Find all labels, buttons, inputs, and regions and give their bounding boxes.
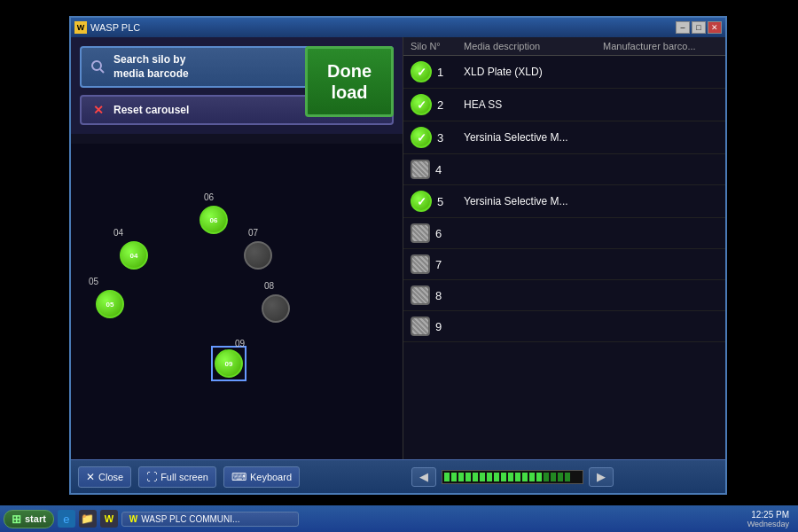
close-button[interactable]: ✕ Close — [78, 466, 131, 488]
fullscreen-button[interactable]: ⛶ Full screen — [138, 466, 216, 488]
progress-segment — [451, 473, 457, 481]
keyboard-label: Keyboard — [250, 472, 292, 482]
col-silo-header: Silo N° — [411, 41, 464, 51]
maximize-button[interactable]: □ — [692, 21, 706, 34]
silo-number: 5 — [437, 195, 464, 208]
svg-point-0 — [92, 61, 101, 70]
media-description: Yersinia Selective M... — [464, 195, 603, 207]
checked-indicator: ✓ — [411, 94, 432, 115]
main-content: Search silo by media barcode ✕ Reset car… — [71, 37, 725, 459]
start-button[interactable]: ⊞ start — [4, 510, 54, 528]
window-title: WASP PLC — [90, 22, 140, 33]
empty-indicator — [411, 286, 430, 305]
titlebar: W WASP PLC – □ ✕ — [71, 18, 725, 37]
progress-segment — [508, 473, 513, 481]
fullscreen-label: Full screen — [160, 472, 208, 482]
buttons-area: Search silo by media barcode ✕ Reset car… — [71, 37, 403, 134]
progress-segment — [536, 473, 542, 481]
progress-segment — [558, 473, 563, 481]
prev-button[interactable]: ◀ — [411, 467, 436, 487]
silo-number: 1 — [437, 66, 464, 79]
silo-number: 4 — [435, 163, 462, 176]
media-description: HEA SS — [464, 98, 603, 111]
taskbar-app-wasp[interactable]: W WASP PLC COMMUNI... — [121, 512, 299, 527]
checked-indicator: ✓ — [411, 61, 432, 82]
carousel-node-05[interactable]: 05 — [96, 290, 124, 318]
search-label: Search silo by media barcode — [113, 53, 189, 81]
progress-segment — [458, 473, 464, 481]
progress-segment — [466, 473, 471, 481]
close-label: Close — [98, 472, 123, 482]
bottom-toolbar: ✕ Close ⛶ Full screen ⌨ Keyboard ◀ ▶ — [71, 459, 725, 493]
carousel-node-08[interactable] — [262, 294, 290, 323]
silo-number: 6 — [435, 227, 462, 240]
ie-icon[interactable]: e — [58, 510, 75, 528]
progress-segment — [529, 473, 535, 481]
table-row[interactable]: 7 — [403, 249, 725, 280]
svg-line-1 — [100, 69, 104, 73]
done-line2: load — [331, 82, 367, 102]
right-panel: Silo N° Media description Manufacturer b… — [403, 37, 725, 459]
minimize-button[interactable]: – — [676, 21, 690, 34]
node-label-08: 08 — [264, 281, 274, 291]
node-label-05: 05 — [89, 277, 98, 286]
empty-indicator — [411, 223, 430, 243]
empty-indicator — [411, 317, 430, 336]
silo-number: 9 — [435, 320, 462, 333]
main-window: W WASP PLC – □ ✕ — [69, 16, 727, 495]
table-body: ✓1XLD Plate (XLD)✓2HEA SS✓3Yersinia Sele… — [403, 56, 725, 459]
done-load-button[interactable]: Done load — [305, 46, 394, 117]
search-icon — [90, 59, 106, 75]
taskbar-app-label: WASP PLC COMMUNI... — [141, 514, 239, 524]
clock-day: Wednesday — [747, 520, 789, 528]
clock-time: 12:25 PM — [751, 510, 789, 520]
progress-segment — [565, 473, 570, 481]
done-line1: Done — [327, 61, 372, 81]
checked-indicator: ✓ — [411, 191, 432, 212]
progress-segment — [501, 473, 506, 481]
checked-indicator: ✓ — [411, 127, 432, 148]
silo-number: 7 — [435, 258, 462, 271]
keyboard-button[interactable]: ⌨ Keyboard — [223, 466, 300, 488]
carousel-area: 04 04 05 05 06 06 07 — [71, 144, 403, 459]
silo-number: 8 — [435, 289, 462, 302]
col-media-header: Media description — [464, 41, 603, 51]
progress-area: ◀ ▶ — [307, 467, 718, 487]
node-label-06: 06 — [204, 192, 214, 202]
carousel-node-04[interactable]: 04 — [120, 241, 148, 270]
reset-icon: ✕ — [90, 102, 106, 118]
progress-segment — [522, 473, 528, 481]
start-label: start — [25, 513, 46, 524]
col-manuf-header: Manufacturer barco... — [603, 41, 718, 51]
next-button[interactable]: ▶ — [589, 467, 614, 487]
carousel-node-06[interactable]: 06 — [200, 206, 228, 234]
close-window-button[interactable]: ✕ — [708, 21, 722, 34]
empty-indicator — [411, 160, 430, 179]
empty-indicator — [411, 254, 430, 274]
wasp-taskbar-icon[interactable]: W — [100, 510, 118, 528]
app-icon: W — [74, 21, 87, 34]
app-icon-small: W — [129, 514, 137, 524]
progress-segment — [480, 473, 485, 481]
table-row[interactable]: ✓1XLD Plate (XLD) — [403, 56, 725, 89]
progress-segment — [544, 473, 549, 481]
carousel-node-09[interactable]: 09 — [215, 349, 243, 378]
progress-segment — [515, 473, 520, 481]
node-label-09: 09 — [235, 339, 245, 348]
table-row[interactable]: ✓5Yersinia Selective M... — [403, 185, 725, 218]
table-row[interactable]: ✓2HEA SS — [403, 89, 725, 121]
fullscreen-icon: ⛶ — [146, 471, 157, 483]
table-row[interactable]: 8 — [403, 280, 725, 311]
table-row[interactable]: 9 — [403, 311, 725, 342]
clock-area: 12:25 PM Wednesday — [742, 510, 794, 528]
table-header: Silo N° Media description Manufacturer b… — [403, 37, 725, 56]
folder-icon[interactable]: 📁 — [79, 510, 97, 528]
table-row[interactable]: ✓3Yersinia Selective M... — [403, 121, 725, 154]
progress-segment — [444, 473, 450, 481]
table-row[interactable]: 4 — [403, 154, 725, 185]
table-row[interactable]: 6 — [403, 218, 725, 249]
carousel-node-07[interactable] — [244, 241, 272, 270]
titlebar-left: W WASP PLC — [74, 21, 140, 34]
progress-bar — [442, 470, 583, 484]
progress-segment — [494, 473, 499, 481]
